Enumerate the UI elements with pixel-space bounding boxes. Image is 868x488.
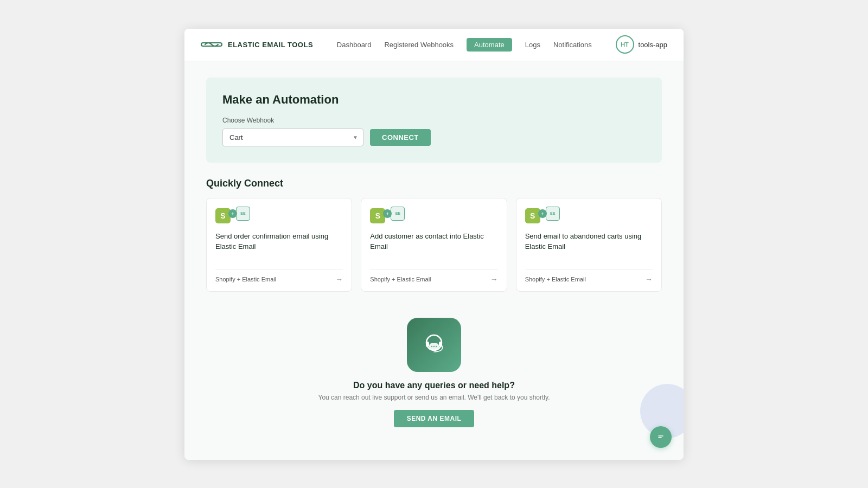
- chat-bubble-icon: [655, 432, 666, 442]
- brand-logo-icon: [201, 38, 222, 50]
- webhook-row: Cart Order Customer Fulfillment ▼ CONNEC…: [222, 129, 646, 146]
- main-content: Make an Automation Choose Webhook Cart O…: [184, 61, 684, 460]
- navbar: ELASTIC EMAIL TOOLS Dashboard Registered…: [184, 29, 684, 61]
- shopify-icon-3: S: [525, 208, 540, 223]
- send-email-button[interactable]: SEND AN EMAIL: [394, 410, 475, 427]
- card-footer-2: Shopify + Elastic Email →: [370, 269, 497, 284]
- nav-notifications[interactable]: Notifications: [553, 41, 592, 49]
- elastic-icon-1: EE: [236, 207, 250, 221]
- card-order-confirmation[interactable]: S + EE Send order confirmation email usi…: [206, 198, 352, 292]
- user-avatar: HT: [616, 35, 634, 54]
- automation-title: Make an Automation: [222, 93, 646, 107]
- navbar-nav: Dashboard Registered Webhooks Automate L…: [337, 38, 592, 52]
- card-footer-3: Shopify + Elastic Email →: [525, 269, 653, 284]
- support-section: Do you have any queries or need help? Yo…: [206, 307, 662, 444]
- card-arrow-icon-2: →: [490, 275, 498, 284]
- nav-automate[interactable]: Automate: [467, 38, 512, 52]
- card-desc-2: Add customer as contact into Elastic Ema…: [370, 231, 497, 259]
- card-arrow-icon-1: →: [335, 275, 343, 284]
- support-icon: [407, 318, 461, 372]
- card-icons-3: S + EE: [525, 208, 653, 223]
- cards-row: S + EE Send order confirmation email usi…: [206, 198, 662, 292]
- svg-point-7: [436, 345, 437, 346]
- support-title: Do you have any queries or need help?: [353, 381, 515, 390]
- plus-icon-3: +: [538, 209, 547, 218]
- automation-section: Make an Automation Choose Webhook Cart O…: [206, 78, 662, 163]
- quickly-title: Quickly Connect: [206, 178, 662, 189]
- webhook-label: Choose Webhook: [222, 117, 646, 124]
- card-footer-label-2: Shopify + Elastic Email: [370, 276, 431, 282]
- quickly-section: Quickly Connect S + EE Send order confir…: [206, 178, 662, 292]
- svg-point-5: [431, 345, 432, 346]
- navbar-user: HT tools-app: [616, 35, 667, 54]
- card-desc-3: Send email to abandoned carts using Elas…: [525, 231, 653, 259]
- svg-point-6: [433, 345, 435, 346]
- webhook-select[interactable]: Cart Order Customer Fulfillment: [222, 129, 363, 146]
- card-desc-1: Send order confirmation email using Elas…: [215, 231, 343, 259]
- svg-rect-2: [426, 342, 429, 347]
- card-footer-label-1: Shopify + Elastic Email: [215, 276, 276, 282]
- card-icons-2: S + EE: [370, 208, 497, 223]
- card-footer-label-3: Shopify + Elastic Email: [525, 276, 586, 282]
- user-name: tools-app: [639, 41, 667, 49]
- plus-icon-1: +: [228, 209, 237, 218]
- brand: ELASTIC EMAIL TOOLS: [201, 38, 313, 50]
- card-arrow-icon-3: →: [645, 275, 653, 284]
- headset-svg-icon: [420, 331, 448, 358]
- webhook-select-wrapper: Cart Order Customer Fulfillment ▼: [222, 129, 363, 146]
- card-add-customer[interactable]: S + EE Add customer as contact into Elas…: [361, 198, 507, 292]
- connect-button[interactable]: CONNECT: [370, 129, 431, 146]
- svg-point-8: [656, 432, 666, 442]
- svg-rect-3: [439, 342, 442, 347]
- shopify-icon-1: S: [215, 208, 231, 223]
- nav-logs[interactable]: Logs: [525, 41, 540, 49]
- card-icons-1: S + EE: [215, 208, 343, 223]
- nav-webhooks[interactable]: Registered Webhooks: [384, 41, 454, 49]
- card-abandoned-cart[interactable]: S + EE Send email to abandoned carts usi…: [516, 198, 662, 292]
- elastic-icon-2: EE: [391, 207, 405, 221]
- nav-dashboard[interactable]: Dashboard: [337, 41, 372, 49]
- plus-icon-2: +: [383, 209, 392, 218]
- card-footer-1: Shopify + Elastic Email →: [215, 269, 343, 284]
- elastic-icon-3: EE: [546, 207, 560, 221]
- brand-name: ELASTIC EMAIL TOOLS: [228, 41, 313, 49]
- chat-bubble-button[interactable]: [650, 426, 672, 448]
- support-desc: You can reach out live support or send u…: [318, 394, 550, 401]
